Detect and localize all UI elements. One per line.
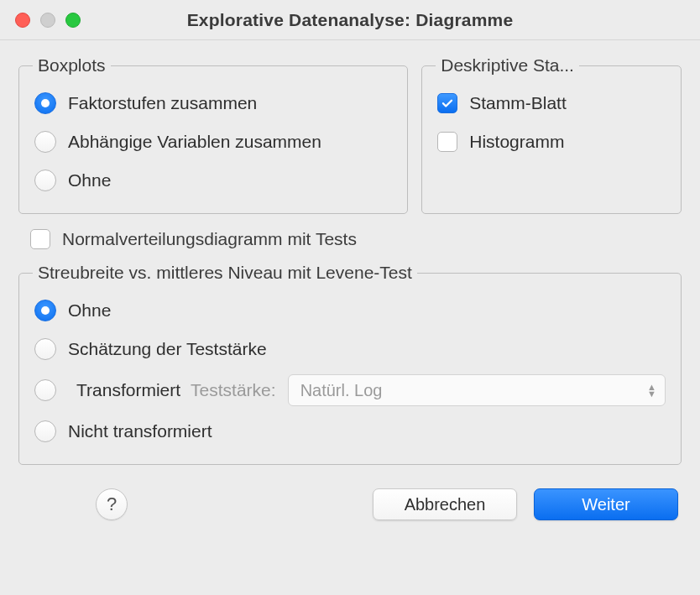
checkbox-icon[interactable] <box>437 132 457 152</box>
transform-select[interactable]: Natürl. Log ▲▼ <box>288 374 666 406</box>
descriptive-stem-leaf[interactable]: Stamm-Blatt <box>437 84 666 123</box>
titlebar: Explorative Datenanalyse: Diagramme <box>0 0 700 40</box>
spread-option-untransformed[interactable]: Nicht transformiert <box>34 412 666 451</box>
chevron-up-down-icon: ▲▼ <box>647 384 656 397</box>
continue-button[interactable]: Weiter <box>534 488 678 520</box>
spread-option-none[interactable]: Ohne <box>34 291 666 330</box>
radio-label: Ohne <box>68 170 111 191</box>
dialog-content: Boxplots Faktorstufen zusammen Abhängige… <box>0 40 700 535</box>
boxplots-option-dependent[interactable]: Abhängige Variablen zusammen <box>34 123 392 161</box>
spread-option-transformed-row: Transformiert Teststärke: Natürl. Log ▲▼ <box>34 368 666 412</box>
checkbox-label: Normalverteilungsdiagramm mit Tests <box>62 229 357 249</box>
radio-label: Faktorstufen zusammen <box>68 93 257 113</box>
normality-checkbox[interactable]: Normalverteilungsdiagramm mit Tests <box>30 229 682 249</box>
cancel-button[interactable]: Abbrechen <box>373 488 517 520</box>
radio-icon[interactable] <box>34 92 56 114</box>
radio-icon[interactable] <box>34 131 56 153</box>
boxplots-option-none[interactable]: Ohne <box>34 161 392 200</box>
spread-group: Streubreite vs. mittleres Niveau mit Lev… <box>18 263 682 465</box>
radio-icon[interactable] <box>34 170 56 191</box>
radio-icon[interactable] <box>34 420 56 442</box>
boxplots-group: Boxplots Faktorstufen zusammen Abhängige… <box>18 55 408 214</box>
checkbox-label: Histogramm <box>469 132 564 152</box>
dialog-footer: ? Abbrechen Weiter <box>18 488 682 520</box>
checkbox-icon[interactable] <box>437 93 457 113</box>
test-strength-label: Teststärke: <box>191 380 276 400</box>
checkbox-label: Stamm-Blatt <box>469 93 567 113</box>
traffic-lights <box>15 13 81 28</box>
minimize-icon <box>40 13 55 28</box>
radio-label: Abhängige Variablen zusammen <box>68 132 321 152</box>
close-icon[interactable] <box>15 13 30 28</box>
radio-label[interactable]: Transformiert <box>76 380 180 400</box>
checkbox-icon[interactable] <box>30 229 50 249</box>
zoom-icon[interactable] <box>65 13 81 28</box>
radio-icon[interactable] <box>34 338 56 360</box>
radio-label: Ohne <box>68 300 111 321</box>
radio-icon[interactable] <box>34 379 56 401</box>
radio-label: Nicht transformiert <box>68 421 212 441</box>
radio-label: Schätzung der Teststärke <box>68 339 267 359</box>
descriptive-legend: Deskriptive Sta... <box>436 55 579 76</box>
boxplots-legend: Boxplots <box>33 55 111 76</box>
radio-icon[interactable] <box>34 300 56 321</box>
descriptive-histogram[interactable]: Histogramm <box>437 123 666 161</box>
descriptive-group: Deskriptive Sta... Stamm-Blatt Histogram… <box>421 55 682 214</box>
window-title: Explorative Datenanalyse: Diagramme <box>12 10 688 30</box>
help-button[interactable]: ? <box>96 488 128 520</box>
spread-option-power[interactable]: Schätzung der Teststärke <box>34 330 666 368</box>
select-value: Natürl. Log <box>300 381 383 400</box>
boxplots-option-together[interactable]: Faktorstufen zusammen <box>34 84 392 123</box>
spread-legend: Streubreite vs. mittleres Niveau mit Lev… <box>33 263 417 283</box>
